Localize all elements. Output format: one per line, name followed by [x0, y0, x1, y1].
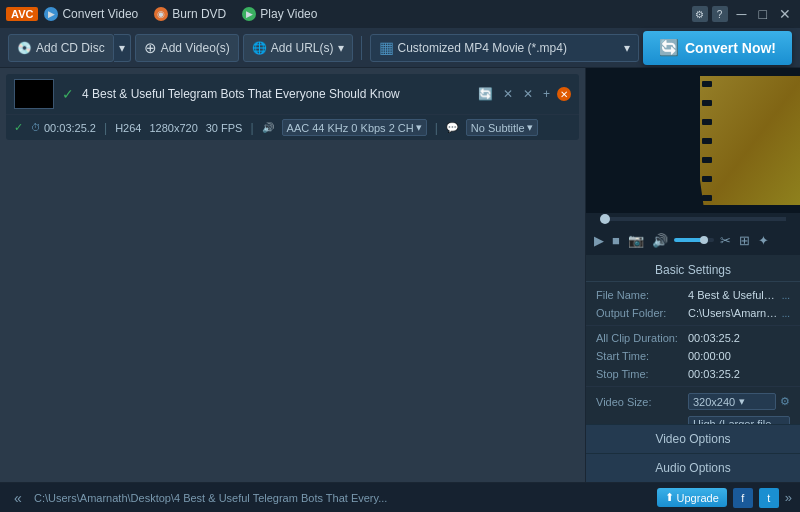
volume-knob[interactable] [700, 236, 708, 244]
add-btn[interactable]: + [540, 87, 553, 101]
format-select[interactable]: ▦ Customized MP4 Movie (*.mp4) ▾ [370, 34, 639, 62]
settings-icon[interactable]: ⚙ [692, 6, 708, 22]
collapse-btn[interactable]: ✕ [520, 87, 536, 101]
video-title: 4 Best & Useful Telegram Bots That Every… [82, 87, 467, 101]
film-hole-r [702, 195, 708, 201]
refresh-btn[interactable]: 🔄 [475, 87, 496, 101]
convert-now-button[interactable]: 🔄 Convert Now! [643, 31, 792, 65]
add-videos-icon: ⊕ [144, 39, 157, 57]
settings-row-quality: Quality: High (Larger file size) ▾ [586, 413, 800, 424]
add-cd-label: Add CD Disc [36, 41, 105, 55]
bottom-left-nav[interactable]: « [8, 488, 28, 508]
folder-edit-btn[interactable]: ... [782, 308, 790, 319]
remove-btn[interactable]: ✕ [500, 87, 516, 101]
right-panel: ▶ ■ 📷 🔊 ✂ ⊞ ✦ Basic Settings File Name: … [585, 68, 800, 482]
clip-btn[interactable]: ✂ [718, 233, 733, 248]
add-url-button[interactable]: 🌐 Add URL(s) ▾ [243, 34, 353, 62]
add-url-label: Add URL(s) [271, 41, 334, 55]
expand-button[interactable]: » [785, 490, 792, 505]
video-options-button[interactable]: Video Options [586, 424, 800, 453]
video-check-icon: ✓ [62, 86, 74, 102]
option-buttons: Video Options Audio Options [586, 424, 800, 482]
nav-convert-video[interactable]: ▶ Convert Video [44, 7, 138, 21]
add-cd-icon: 💿 [17, 41, 32, 55]
convert-now-label: Convert Now! [685, 40, 776, 56]
folder-value: C:\Users\Amarnath\On... [688, 307, 778, 319]
duration-value: 00:03:25.2 [688, 332, 790, 344]
quality-select[interactable]: High (Larger file size) ▾ [688, 416, 790, 424]
add-videos-label: Add Video(s) [161, 41, 230, 55]
video-duration: ⏱ 00:03:25.2 [31, 122, 96, 134]
play-btn[interactable]: ▶ [592, 233, 606, 248]
preview-controls: ▶ ■ 📷 🔊 ✂ ⊞ ✦ [586, 225, 800, 255]
upgrade-label: Upgrade [677, 492, 719, 504]
film-hole-r [702, 138, 708, 144]
preview-area [586, 68, 800, 213]
facebook-icon: f [741, 492, 744, 504]
size-select[interactable]: 320x240 ▾ [688, 393, 776, 410]
stop-label: Stop Time: [596, 368, 684, 380]
settings-row-start: Start Time: 00:00:00 [586, 347, 800, 365]
twitter-button[interactable]: t [759, 488, 779, 508]
add-cd-dropdown[interactable]: ▾ [114, 34, 131, 62]
close-btn[interactable]: ✕ [776, 6, 794, 22]
volume-bar[interactable] [674, 238, 714, 242]
output-path: C:\Users\Amarnath\Desktop\4 Best & Usefu… [28, 492, 657, 504]
maximize-btn[interactable]: □ [756, 6, 770, 22]
format-label: Customized MP4 Movie (*.mp4) [398, 41, 620, 55]
video-item-header: ✓ 4 Best & Useful Telegram Bots That Eve… [6, 74, 579, 115]
add-url-icon: 🌐 [252, 41, 267, 55]
settings-icons: ⚙ ? [692, 6, 728, 22]
upgrade-button[interactable]: ⬆ Upgrade [657, 488, 727, 507]
settings-title: Basic Settings [586, 259, 800, 282]
main-content: ✓ 4 Best & Useful Telegram Bots That Eve… [0, 68, 800, 482]
audio-options-button[interactable]: Audio Options [586, 453, 800, 482]
audio-icon: 🔊 [262, 122, 274, 133]
facebook-button[interactable]: f [733, 488, 753, 508]
minimize-btn[interactable]: ─ [734, 6, 750, 22]
start-label: Start Time: [596, 350, 684, 362]
add-cd-disc-button[interactable]: 💿 Add CD Disc [8, 34, 114, 62]
film-hole-r [702, 81, 708, 87]
bottom-right: ⬆ Upgrade f t » [657, 488, 792, 508]
crop-btn[interactable]: ⊞ [737, 233, 752, 248]
film-hole-r [702, 119, 708, 125]
format-icon: ▦ [379, 38, 394, 57]
stop-btn[interactable]: ■ [610, 233, 622, 248]
screenshot-btn[interactable]: 📷 [626, 233, 646, 248]
subtitle-icon: 💬 [446, 122, 458, 133]
nav-play-video-label: Play Video [260, 7, 317, 21]
title-bar-left: AVC ▶ Convert Video ◉ Burn DVD ▶ Play Vi… [6, 7, 317, 21]
progress-bar[interactable] [600, 217, 786, 221]
settings-sep2 [586, 386, 800, 387]
settings-row-filename: File Name: 4 Best & Useful Telegram B...… [586, 286, 800, 304]
video-thumbnail [14, 79, 54, 109]
toolbar: 💿 Add CD Disc ▾ ⊕ Add Video(s) 🌐 Add URL… [0, 28, 800, 68]
film-hole-r [702, 176, 708, 182]
filename-edit-btn[interactable]: ... [782, 290, 790, 301]
duration-label: All Clip Duration: [596, 332, 684, 344]
bottom-bar: « C:\Users\Amarnath\Desktop\4 Best & Use… [0, 482, 800, 512]
settings-row-size: Video Size: 320x240 ▾ ⚙ [586, 390, 800, 413]
add-videos-button[interactable]: ⊕ Add Video(s) [135, 34, 239, 62]
nav-burn-dvd[interactable]: ◉ Burn DVD [154, 7, 226, 21]
nav-play-video[interactable]: ▶ Play Video [242, 7, 317, 21]
effect-btn[interactable]: ✦ [756, 233, 771, 248]
upgrade-icon: ⬆ [665, 491, 674, 504]
stop-value: 00:03:25.2 [688, 368, 790, 380]
video-resolution: 1280x720 [149, 122, 197, 134]
close-btn2[interactable]: ✕ [557, 87, 571, 101]
volume-icon[interactable]: 🔊 [650, 233, 670, 248]
basic-settings: Basic Settings File Name: 4 Best & Usefu… [586, 255, 800, 424]
progress-knob[interactable] [600, 214, 610, 224]
nav-burn-dvd-label: Burn DVD [172, 7, 226, 21]
size-gear-icon[interactable]: ⚙ [780, 395, 790, 408]
folder-label: Output Folder: [596, 307, 684, 319]
add-cd-group: 💿 Add CD Disc ▾ [8, 34, 131, 62]
title-bar-right: ⚙ ? ─ □ ✕ [692, 6, 794, 22]
subtitle-select[interactable]: No Subtitle ▾ [466, 119, 538, 136]
audio-select[interactable]: AAC 44 KHz 0 Kbps 2 CH ▾ [282, 119, 427, 136]
help-icon[interactable]: ? [712, 6, 728, 22]
burn-dvd-icon: ◉ [154, 7, 168, 21]
video-item: ✓ 4 Best & Useful Telegram Bots That Eve… [6, 74, 579, 140]
